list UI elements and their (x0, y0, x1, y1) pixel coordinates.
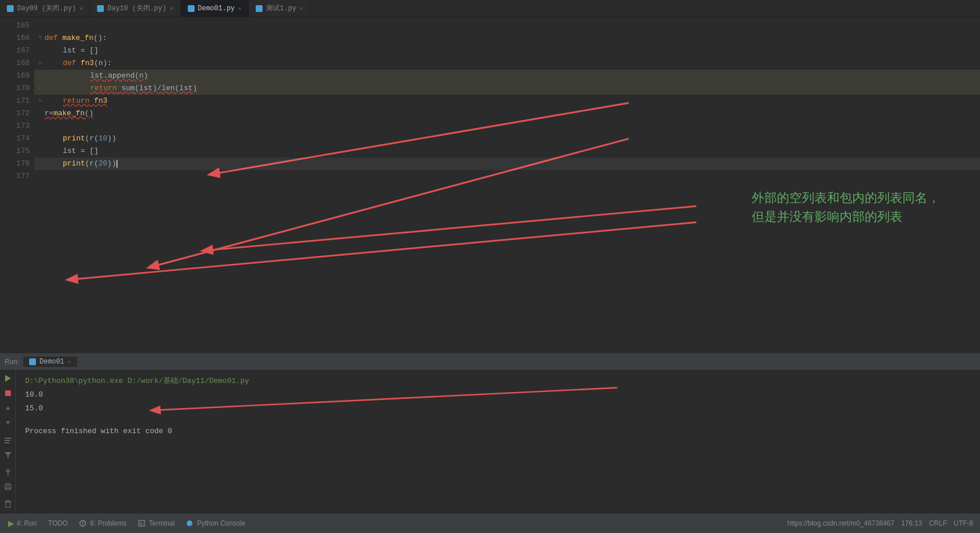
code-line-174[interactable]: print(r(10)) (34, 132, 980, 145)
run-scroll-down[interactable] (3, 418, 13, 428)
code-175: lst = [] (45, 145, 98, 158)
code-line-168[interactable]: ▷ def fn3(n): (34, 57, 980, 70)
todo-btn[interactable]: TODO (42, 514, 73, 533)
problems-btn[interactable]: 6: Problems (74, 514, 132, 533)
run-tab-close[interactable]: ✕ (68, 358, 71, 365)
code-169: lst.append(n) (45, 70, 148, 82)
code-176: print(r(20)) (45, 158, 118, 170)
tab-3[interactable]: Demo01.py ✕ (181, 0, 249, 17)
tab-py-icon-4 (256, 5, 263, 12)
fold-173 (37, 122, 45, 130)
fold-174 (37, 135, 45, 143)
code-174: print(r(10)) (45, 132, 116, 145)
tab-py-icon-2 (97, 5, 104, 12)
svg-rect-13 (5, 440, 10, 441)
code-line-165[interactable] (34, 19, 980, 32)
run-bottom-label: 4: Run (17, 519, 37, 527)
svg-rect-23 (7, 500, 9, 502)
scroll-up-icon (5, 405, 11, 411)
run-print-btn[interactable] (3, 482, 13, 492)
tab-2-close[interactable]: ✕ (170, 5, 173, 12)
code-line-169[interactable]: lst.append(n) (34, 70, 980, 82)
tab-bar: Day09 (关闭.py) ✕ Day10 (关闭.py) ✕ Demo01.p… (0, 0, 980, 17)
run-sidebar (0, 370, 16, 513)
fold-168[interactable]: ▷ (37, 59, 45, 67)
fold-176 (37, 160, 45, 168)
tab-4[interactable]: 测试1.py ✕ (249, 0, 310, 17)
svg-line-6 (203, 206, 696, 251)
svg-rect-12 (5, 438, 11, 439)
annotation-text: 外部的空列表和包内的列表同名，但是并没有影响内部的列表 (752, 191, 940, 224)
todo-label: TODO (48, 519, 67, 527)
tab-4-close[interactable]: ✕ (300, 5, 303, 12)
output-line-1: 10.0 (25, 388, 971, 402)
status-encoding: UTF-8 (954, 519, 973, 527)
tab-3-close[interactable]: ✕ (238, 5, 241, 12)
terminal-btn[interactable]: Terminal (132, 514, 180, 533)
code-content[interactable]: ▽ def make_fn(): lst = [] ▷ def fn3(n): … (34, 17, 980, 353)
svg-marker-10 (6, 406, 10, 410)
output-cmd-text: D:\Python38\python.exe D:/work/基础/Day11/… (25, 377, 249, 385)
code-line-167[interactable]: lst = [] (34, 45, 980, 57)
problems-label: 6: Problems (90, 519, 127, 527)
problems-icon (79, 520, 86, 527)
fold-175 (37, 147, 45, 155)
run-output[interactable]: D:\Python38\python.exe D:/work/基础/Day11/… (16, 370, 980, 513)
tab-2[interactable]: Day10 (关闭.py) ✕ (90, 0, 180, 17)
run-stop-button[interactable] (3, 388, 13, 398)
code-line-172[interactable]: r=make_fn() (34, 107, 980, 120)
fold-171[interactable]: ▷ (37, 97, 45, 105)
play-icon (4, 374, 12, 382)
code-line-175[interactable]: lst = [] (34, 145, 980, 158)
svg-marker-11 (6, 421, 10, 425)
python-console-label: Python Console (197, 519, 245, 527)
svg-line-7 (68, 223, 696, 280)
svg-point-32 (187, 520, 192, 526)
code-line-176[interactable]: print(r(20)) (34, 158, 980, 170)
ln-165: 165 (5, 19, 30, 32)
ln-166: 166 (5, 32, 30, 45)
code-line-177[interactable] (34, 170, 980, 183)
ln-173: 173 (5, 120, 30, 132)
run-filter-btn[interactable] (3, 450, 13, 460)
status-crlf: CRLF (929, 519, 947, 527)
code-line-173[interactable] (34, 120, 980, 132)
tab-1[interactable]: Day09 (关闭.py) ✕ (0, 0, 90, 17)
svg-rect-9 (5, 390, 11, 396)
fold-170[interactable]: ▷ (37, 84, 45, 92)
code-line-170[interactable]: ▷ return sum(lst)/len(lst) (34, 82, 980, 95)
code-line-166[interactable]: ▽ def make_fn(): (34, 32, 980, 45)
run-bottom-btn[interactable]: ▶ 4: Run (2, 514, 42, 533)
output-command-line: D:\Python38\python.exe D:/work/基础/Day11/… (25, 374, 971, 388)
status-bar: https://blog.csdn.net/m0_46738467 176:13… (787, 519, 978, 527)
fold-166[interactable]: ▽ (37, 34, 45, 42)
python-console-btn[interactable]: Python Console (180, 514, 251, 533)
editor-area: 165 166 167 168 169 170 171 172 173 174 … (0, 17, 980, 513)
tab-2-label: Day10 (关闭.py) (107, 3, 166, 13)
tab-1-close[interactable]: ✕ (79, 5, 83, 12)
run-pin-btn[interactable] (3, 467, 13, 477)
run-tab[interactable]: Demo01 ✕ (23, 357, 76, 367)
wrap-icon (4, 436, 12, 444)
ln-171: 171 (5, 95, 30, 107)
ln-174: 174 (5, 132, 30, 145)
output-line-2: 15.0 (25, 402, 971, 415)
bottom-toolbar: ▶ 4: Run TODO 6: Problems Terminal Pytho… (0, 513, 980, 533)
run-label: Run: (5, 358, 19, 366)
run-delete-btn[interactable] (3, 499, 13, 509)
code-170: return sum(lst)/len(lst) (45, 82, 197, 95)
svg-rect-19 (6, 483, 10, 485)
tab-py-icon-3 (188, 5, 195, 12)
code-line-171[interactable]: ▷ return fn3 (34, 95, 980, 107)
run-scroll-up[interactable] (3, 403, 13, 413)
run-content: D:\Python38\python.exe D:/work/基础/Day11/… (0, 370, 980, 513)
output-spacer (25, 415, 971, 425)
ln-177: 177 (5, 170, 30, 183)
svg-rect-20 (6, 487, 10, 490)
run-play-button[interactable] (3, 373, 13, 383)
code-editor: 165 166 167 168 169 170 171 172 173 174 … (0, 17, 980, 353)
run-wrap-btn[interactable] (3, 435, 13, 445)
ln-167: 167 (5, 45, 30, 57)
svg-point-28 (82, 524, 83, 526)
run-tab-icon (29, 358, 36, 365)
